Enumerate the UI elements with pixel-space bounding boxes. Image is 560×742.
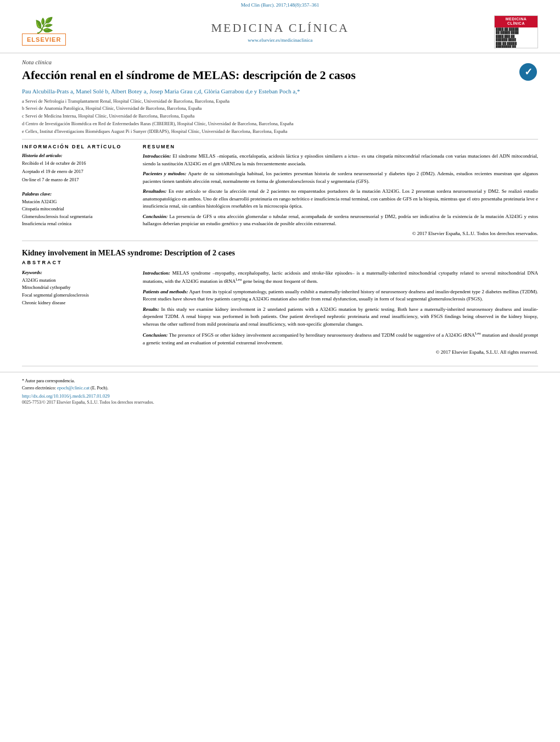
- authors: Pau Alcubilla-Prats a, Manel Solé b, Alb…: [22, 88, 538, 94]
- intro-trna: Leu: [236, 278, 242, 284]
- title-row: Afección renal en el síndrome de MELAS: …: [22, 68, 538, 83]
- historia-label: Historia del artículo:: [22, 153, 132, 158]
- resumen-header: RESUMEN: [143, 144, 538, 149]
- kw-en-2: Mitochondrial cythopathy: [22, 284, 132, 292]
- keywords-en-label: Keywords:: [22, 270, 132, 275]
- conclusion-title-en: Conclusion:: [143, 332, 168, 338]
- english-two-col: Keywords: A3243G mutation Mitochondrial …: [22, 270, 538, 355]
- article-type: Nota clínica: [22, 59, 538, 65]
- journal-name: MEDICINA CLÍNICA: [77, 21, 483, 35]
- two-column-layout: INFORMACIÓN DEL ARTÍCULO Historia del ar…: [22, 144, 538, 236]
- doi-text: Med Clin (Barc). 2017;148(8):357–361: [241, 2, 319, 8]
- journal-cover-thumbnail: MEDICINACLÍNICA ████ ██ █████ ██ █████ █…: [494, 15, 538, 48]
- footer-email-line: Correo electrónico: epoch@clinic.cat (E.…: [22, 384, 538, 392]
- cover-title: MEDICINACLÍNICA: [495, 16, 537, 27]
- footer-doi-link[interactable]: http://dx.doi.org/10.1016/j.medcli.2017.…: [22, 393, 538, 399]
- kw-es-1: Mutación A3243G: [22, 198, 132, 206]
- patients-text-en: Apart from its typical symptomatology, p…: [143, 289, 538, 302]
- elsevier-icon: 🌿: [22, 18, 66, 34]
- abstract-results-en: Results: In this study we examine kidney…: [143, 306, 538, 328]
- svg-text:✓: ✓: [524, 66, 533, 77]
- left-column: INFORMACIÓN DEL ARTÍCULO Historia del ar…: [22, 144, 132, 236]
- affiliation-d: d Centro de Investigación Biomédica en R…: [22, 120, 538, 127]
- main-content: Nota clínica Afección renal en el síndro…: [0, 53, 560, 366]
- footer-email-link[interactable]: epoch@clinic.cat: [57, 385, 89, 390]
- left-column-en: Keywords: A3243G mutation Mitochondrial …: [22, 270, 132, 355]
- footer-asterisk-note: * Autor para correspondencia.: [22, 378, 538, 384]
- footer-issn: 0025-7753/© 2017 Elsevier España, S.L.U.…: [22, 400, 538, 405]
- abstract-conclusion-en: Conclusion: The presence of FSGS or othe…: [143, 331, 538, 347]
- date-online: On-line el 7 de marzo de 2017: [22, 176, 132, 183]
- resumen-conclusion: Conclusión: La presencia de GFS u otra a…: [143, 213, 538, 228]
- elsevier-text: ELSEVIER: [27, 36, 61, 43]
- results-text-en: In this study we examine kidney involvem…: [143, 306, 538, 327]
- resultados-title-es: Resultados:: [143, 188, 167, 194]
- results-title-en: Results:: [143, 306, 159, 312]
- separator-2: [22, 241, 538, 241]
- conclusion-title-es: Conclusión:: [143, 214, 168, 219]
- kw-es-3: Glomerulosclerosis focal segmentaria: [22, 213, 132, 221]
- english-section: Kidney involvement in MELAS syndrome: De…: [22, 249, 538, 355]
- cover-content: ████ ██ █████ ██ █████ ████ ████ ███ ██ …: [495, 27, 537, 48]
- intro-text-en: MELAS syndrome –myopathy, encephalopathy…: [143, 270, 538, 284]
- footer: * Autor para correspondencia. Correo ele…: [0, 372, 560, 410]
- keywords-section-en: Keywords: A3243G mutation Mitochondrial …: [22, 270, 132, 306]
- doi-bar: Med Clin (Barc). 2017;148(8):357–361: [0, 0, 560, 9]
- resumen-copyright: © 2017 Elsevier España, S.L.U. Todos los…: [143, 231, 538, 236]
- kw-es-2: Citopatía mitocondrial: [22, 205, 132, 213]
- kw-en-3: Focal segmental glomerulosclerosis: [22, 292, 132, 299]
- affiliations: a Servei de Nefrologia i Transplantament…: [22, 98, 538, 135]
- palabras-clave-label: Palabras clave:: [22, 191, 132, 197]
- elsevier-logo: 🌿 ELSEVIER: [22, 18, 66, 46]
- article-title: Afección renal en el síndrome de MELAS: …: [22, 68, 538, 83]
- affiliation-c: c Servei de Medicina Interna, Hospital C…: [22, 113, 538, 120]
- journal-name-area: MEDICINA CLÍNICA www.elsevier.es/medicin…: [66, 21, 494, 43]
- keywords-section-es: Palabras clave: Mutación A3243G Citopatí…: [22, 191, 132, 228]
- conclusion-text-en: The presence of FSGS or other kidney inv…: [169, 332, 475, 338]
- abstract-patients-en: Patients and methods: Apart from its typ…: [143, 288, 538, 303]
- kw-es-4: Insuficiencia renal crónica: [22, 220, 132, 228]
- kw-en-1: A3243G mutation: [22, 277, 132, 284]
- right-column-resumen: RESUMEN Introducción: El síndrome MELAS …: [143, 144, 538, 236]
- journal-header: 🌿 ELSEVIER MEDICINA CLÍNICA www.elsevier…: [0, 9, 560, 53]
- patients-title-en: Patients and methods:: [143, 289, 188, 294]
- page: Med Clin (Barc). 2017;148(8):357–361 🌿 E…: [0, 0, 560, 742]
- kw-en-4: Chronic kidney disease: [22, 299, 132, 307]
- date-aceptado: Aceptado el 19 de enero de 2017: [22, 168, 132, 175]
- resultados-text-es: En este artículo se discute la afección …: [143, 188, 538, 209]
- pacientes-text-es: Aparte de su sintomatología habitual, lo…: [143, 171, 538, 184]
- conclusion-text-es: La presencia de GFS u otra afección glom…: [143, 214, 538, 227]
- intro-text-es: El síndrome MELAS –miopatía, encefalopat…: [143, 153, 538, 166]
- resumen-pacientes: Pacientes y métodos: Aparte de su sintom…: [143, 170, 538, 185]
- resumen-intro: Introducción: El síndrome MELAS –miopatí…: [143, 153, 538, 168]
- elsevier-name-box: ELSEVIER: [22, 34, 66, 46]
- affiliation-e: e Cellex, Institut d'Investigacions Biom…: [22, 128, 538, 135]
- separator-footer: [22, 366, 538, 366]
- abstract-intro-en: Introduction: MELAS syndrome –myopathy, …: [143, 270, 538, 286]
- separator-1: [22, 139, 538, 140]
- affiliation-b: b Servei de Anatomia Patològica, Hospita…: [22, 105, 538, 112]
- abstract-copyright-en: © 2017 Elsevier España, S.L.U. All right…: [143, 349, 538, 355]
- english-title: Kidney involvement in MELAS syndrome: De…: [22, 249, 538, 258]
- crossmark-badge[interactable]: ✓: [518, 62, 538, 82]
- abstract-header-en: ABSTRACT: [22, 260, 538, 265]
- journal-url[interactable]: www.elsevier.es/medicinaclinica: [77, 37, 483, 43]
- right-column-abstract-en: Introduction: MELAS syndrome –myopathy, …: [143, 270, 538, 355]
- affiliation-a: a Servei de Nefrologia i Transplantament…: [22, 98, 538, 105]
- intro-title-en: Introduction:: [143, 270, 170, 276]
- pacientes-title-es: Pacientes y métodos:: [143, 171, 187, 176]
- info-section-header: INFORMACIÓN DEL ARTÍCULO: [22, 144, 132, 149]
- date-recibido: Recibido el 14 de octubre de 2016: [22, 160, 132, 167]
- resumen-resultados: Resultados: En este artículo se discute …: [143, 188, 538, 210]
- conclusion-trna: Leu: [475, 332, 481, 338]
- intro-title-es: Introducción:: [143, 153, 171, 159]
